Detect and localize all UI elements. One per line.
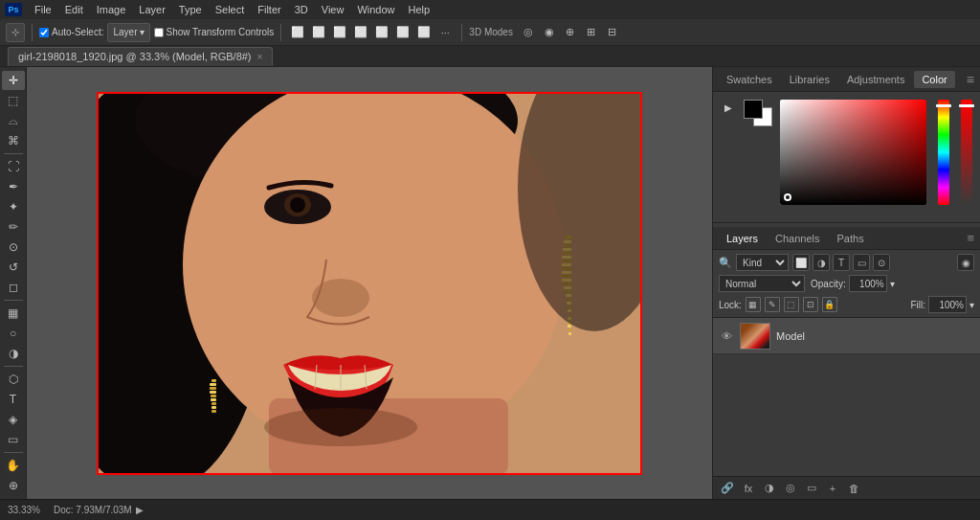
eraser-tool[interactable]: ◻	[2, 278, 25, 297]
zoom-tool[interactable]: ⊕	[2, 476, 25, 495]
lasso-tool[interactable]: ⌓	[2, 111, 25, 130]
history-brush-tool[interactable]: ↺	[2, 258, 25, 277]
lock-all-icon[interactable]: ⊡	[803, 297, 818, 312]
lock-artboard-icon[interactable]: ⬚	[784, 297, 799, 312]
3d-slide-icon[interactable]: ⊞	[582, 23, 601, 42]
menu-layer[interactable]: Layer	[133, 2, 171, 17]
layer-filter-type-icon[interactable]: T	[833, 254, 850, 271]
menu-filter[interactable]: Filter	[252, 2, 286, 17]
align-top-icon[interactable]: ⬜	[351, 23, 370, 42]
menu-select[interactable]: Select	[210, 2, 251, 17]
layers-filter-toggle[interactable]: ◉	[957, 254, 974, 271]
delete-layer-icon[interactable]: 🗑	[845, 480, 862, 497]
align-left-icon[interactable]: ⬜	[288, 23, 307, 42]
lock-position-icon[interactable]: ✎	[765, 297, 780, 312]
crop-tool[interactable]: ⛶	[2, 157, 25, 176]
shape-tool[interactable]: ▭	[2, 430, 25, 449]
color-play-btn[interactable]: ▶	[721, 100, 736, 115]
magic-wand-tool[interactable]: ⌘	[2, 131, 25, 150]
new-group-icon[interactable]: ▭	[803, 480, 820, 497]
link-layers-icon[interactable]: 🔗	[719, 480, 736, 497]
3d-scale-icon[interactable]: ⊟	[603, 23, 622, 42]
3d-modes-label: 3D Modes	[469, 27, 513, 37]
show-transform-checkbox[interactable]: Show Transform Controls	[154, 27, 275, 37]
layers-opacity-label: Opacity: ▾	[811, 275, 895, 292]
opacity-slider[interactable]	[961, 100, 972, 205]
menu-3d[interactable]: 3D	[289, 2, 314, 17]
svg-rect-36	[568, 328, 571, 331]
canvas-image[interactable]	[97, 92, 642, 475]
layers-opacity-input[interactable]	[849, 275, 887, 292]
svg-rect-37	[568, 332, 571, 335]
dodge-tool[interactable]: ◑	[2, 344, 25, 363]
3d-pan-icon[interactable]: ⊕	[561, 23, 580, 42]
panel-menu-icon[interactable]: ≡	[967, 72, 974, 87]
tab-layers[interactable]: Layers	[719, 231, 766, 246]
adjustment-layer-icon[interactable]: ◎	[782, 480, 799, 497]
eyedropper-tool[interactable]: ✒	[2, 177, 25, 196]
document-tab-close[interactable]: ×	[257, 52, 263, 62]
tab-swatches[interactable]: Swatches	[719, 71, 780, 88]
align-right-icon[interactable]: ⬜	[330, 23, 349, 42]
layers-blend-mode-select[interactable]: Normal	[719, 275, 805, 292]
menu-help[interactable]: Help	[403, 2, 436, 17]
layer-visibility-toggle[interactable]: 👁	[719, 328, 734, 344]
pen-tool[interactable]: ⬡	[2, 370, 25, 389]
hue-slider-thumb	[936, 104, 951, 107]
layers-kind-select[interactable]: Kind	[736, 254, 789, 271]
layer-filter-smart-icon[interactable]: ⊙	[873, 254, 890, 271]
gradient-tool[interactable]: ▦	[2, 304, 25, 323]
tab-paths[interactable]: Paths	[830, 231, 872, 246]
tab-adjustments[interactable]: Adjustments	[839, 71, 913, 88]
move-tool[interactable]: ✛	[2, 71, 25, 90]
more-options-icon[interactable]: ···	[435, 23, 455, 42]
distribute-icon[interactable]: ⬜	[414, 23, 434, 42]
fg-bg-color-boxes	[744, 100, 772, 126]
menu-edit[interactable]: Edit	[59, 2, 89, 17]
layers-blend-row: Normal Opacity: ▾	[719, 275, 974, 292]
tab-channels[interactable]: Channels	[768, 231, 827, 246]
marquee-tool[interactable]: ⬚	[2, 91, 25, 110]
hue-slider[interactable]	[938, 100, 949, 205]
blur-tool[interactable]: ○	[2, 324, 25, 343]
menu-file[interactable]: File	[29, 2, 57, 17]
layer-filter-adj-icon[interactable]: ◑	[813, 254, 830, 271]
new-layer-icon[interactable]: +	[824, 480, 841, 497]
align-vcenter-icon[interactable]: ⬜	[372, 23, 391, 42]
layers-panel: Layers Channels Paths ≡ 🔍 Kind ⬜ ◑ T ▭	[713, 227, 980, 499]
menu-image[interactable]: Image	[91, 2, 132, 17]
layers-panel-menu-icon[interactable]: ≡	[967, 231, 974, 245]
fg-color-swatch[interactable]	[744, 100, 763, 119]
tab-color[interactable]: Color	[914, 71, 954, 88]
auto-select-dropdown[interactable]: Layer ▾	[107, 23, 149, 42]
clone-tool[interactable]: ⊙	[2, 237, 25, 257]
svg-point-8	[312, 279, 369, 317]
color-gradient-picker[interactable]	[780, 100, 926, 205]
hand-tool[interactable]: ✋	[2, 456, 25, 475]
brush-tool[interactable]: ✏	[2, 217, 25, 237]
saturation-gradient[interactable]	[780, 100, 926, 205]
color-panel-top: ▶	[721, 100, 972, 205]
tab-libraries[interactable]: Libraries	[782, 71, 837, 88]
lock-checkerboard-icon[interactable]: ▦	[746, 297, 761, 312]
menu-window[interactable]: Window	[351, 2, 400, 17]
lock-transparency-icon[interactable]: 🔒	[822, 297, 837, 312]
menu-view[interactable]: View	[316, 2, 350, 17]
align-center-icon[interactable]: ⬜	[309, 23, 328, 42]
document-tab[interactable]: girl-2198018_1920.jpg @ 33.3% (Model, RG…	[8, 47, 273, 66]
3d-rotate-icon[interactable]: ◎	[519, 23, 538, 42]
auto-select-checkbox[interactable]: Auto-Select:	[39, 27, 103, 37]
type-tool[interactable]: T	[2, 390, 25, 409]
menu-type[interactable]: Type	[173, 2, 208, 17]
move-tool-icon[interactable]: ⊹	[6, 23, 25, 42]
path-selection-tool[interactable]: ◈	[2, 410, 25, 429]
layer-filter-shape-icon[interactable]: ▭	[853, 254, 870, 271]
3d-orbit-icon[interactable]: ◉	[540, 23, 559, 42]
align-bottom-icon[interactable]: ⬜	[393, 23, 412, 42]
layers-fill-input[interactable]	[928, 296, 967, 313]
layer-fx-icon[interactable]: fx	[740, 480, 757, 497]
layer-mask-icon[interactable]: ◑	[761, 480, 778, 497]
layer-item[interactable]: 👁 Model	[713, 318, 980, 354]
layer-filter-pixel-icon[interactable]: ⬜	[792, 254, 810, 271]
healing-brush-tool[interactable]: ✦	[2, 197, 25, 216]
